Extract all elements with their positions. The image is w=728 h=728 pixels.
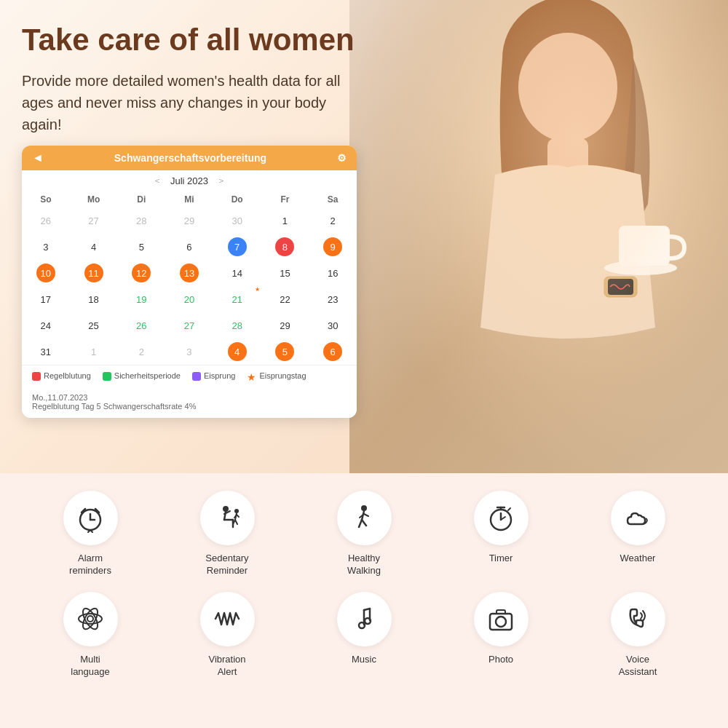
svg-rect-9: [608, 279, 633, 295]
feature-sedentary: SedentaryReminder: [200, 491, 255, 577]
legend-label-sicherheit: Sicherheitsperiode: [114, 371, 181, 380]
cal-day-8[interactable]: 8: [261, 234, 309, 260]
cal-day[interactable]: 2: [309, 207, 357, 234]
cal-day[interactable]: 30: [213, 207, 261, 234]
month-label: Juli 2023: [170, 175, 208, 186]
feature-voice: VoiceAssistant: [611, 592, 665, 678]
weather-label: Weather: [620, 553, 656, 565]
cal-day[interactable]: 29: [165, 207, 213, 234]
legend-eisprungstag: ★ Eisprungstag: [247, 371, 306, 383]
cal-day-31[interactable]: 31: [22, 339, 70, 365]
cal-day-19[interactable]: 19: [117, 286, 165, 312]
weather-icon-circle: [611, 491, 665, 545]
footer-info: Regelblutung Tag 5 Schwangerschaftsrate …: [32, 402, 347, 411]
day-header-di: Di: [117, 191, 165, 207]
svg-point-2: [510, 7, 626, 138]
features-row1: Alarmreminders: [22, 491, 706, 577]
cal-day-12[interactable]: 12: [117, 260, 165, 286]
prev-arrow[interactable]: ◄: [32, 151, 44, 165]
cal-day-26[interactable]: 26: [117, 312, 165, 339]
vibration-icon: [213, 604, 242, 633]
cal-day[interactable]: 4: [70, 234, 118, 260]
cal-day-16[interactable]: 16: [309, 260, 357, 286]
weather-icon: [623, 504, 652, 533]
cal-day-n6[interactable]: 6: [309, 339, 357, 365]
cal-day-28[interactable]: 28: [213, 312, 261, 339]
cal-day-15[interactable]: 15: [261, 260, 309, 286]
svg-point-44: [359, 622, 365, 628]
cal-day-14[interactable]: 14: [213, 260, 261, 286]
cal-day-18[interactable]: 18: [70, 286, 118, 312]
alarm-icon-circle: [63, 491, 118, 545]
svg-rect-0: [349, 0, 728, 473]
top-section: Take care of all women Provide more deta…: [0, 0, 728, 473]
cal-day-21[interactable]: 21: [213, 286, 261, 312]
cal-day-7[interactable]: 7: [213, 234, 261, 260]
legend-regelblutung: Regelblutung: [32, 371, 91, 383]
cal-day-17[interactable]: 17: [22, 286, 70, 312]
cal-day[interactable]: 1: [70, 339, 118, 365]
svg-point-47: [496, 617, 506, 627]
music-icon-circle: [337, 592, 392, 646]
svg-point-7: [604, 261, 677, 275]
feature-alarm: Alarmreminders: [63, 491, 118, 577]
sedentary-label: SedentaryReminder: [205, 553, 248, 577]
cal-day-30[interactable]: 30: [309, 312, 357, 339]
svg-line-27: [237, 515, 239, 517]
calendar-title: Schwangerschaftsvorbereitung: [114, 152, 266, 164]
cal-day[interactable]: 27: [70, 207, 118, 234]
walking-icon: [349, 504, 379, 533]
feature-photo: Photo: [474, 592, 529, 678]
timer-icon: [486, 504, 515, 533]
cal-day-9[interactable]: 9: [309, 234, 357, 260]
cal-day[interactable]: 6: [165, 234, 213, 260]
cal-day[interactable]: 1: [261, 207, 309, 234]
cal-day-13[interactable]: 13: [165, 260, 213, 286]
cal-day[interactable]: 3: [165, 339, 213, 365]
cal-day-23[interactable]: 23: [309, 286, 357, 312]
cal-day[interactable]: 3: [22, 234, 70, 260]
voice-icon-circle: [611, 592, 665, 646]
svg-point-4: [518, 33, 617, 142]
feature-walking: HealthyWalking: [337, 491, 392, 577]
bottom-section: Alarmreminders: [0, 473, 728, 728]
cal-day[interactable]: 2: [117, 339, 165, 365]
legend-label-eisprung: Eisprung: [204, 371, 235, 380]
day-header-so: So: [22, 191, 70, 207]
footer-date: Mo.,11.07.2023: [32, 393, 347, 402]
text-area: Take care of all women Provide more deta…: [22, 22, 357, 153]
cal-day[interactable]: 26: [22, 207, 70, 234]
cal-day-10[interactable]: 10: [22, 260, 70, 286]
calendar-footer: Mo.,11.07.2023 Regelblutung Tag 5 Schwan…: [22, 389, 357, 418]
legend-eisprung: Eisprung: [192, 371, 235, 383]
month-row: ＜ Juli 2023 ＞: [22, 170, 357, 191]
cal-day-29[interactable]: 29: [261, 312, 309, 339]
calendar-header: ◄ Schwangerschaftsvorbereitung ⚙: [22, 146, 357, 170]
legend-label-regelblutung: Regelblutung: [44, 371, 91, 380]
cal-day-22[interactable]: 22: [261, 286, 309, 312]
svg-line-25: [235, 520, 237, 524]
settings-icon[interactable]: ⚙: [337, 152, 347, 164]
cal-day-25[interactable]: 25: [70, 312, 118, 339]
cal-day-n4[interactable]: 4: [213, 339, 261, 365]
cal-day-20[interactable]: 20: [165, 286, 213, 312]
alarm-icon: [76, 504, 105, 533]
legend-label-eisprungstag: Eisprungstag: [259, 371, 306, 380]
day-header-do: Do: [213, 191, 261, 207]
feature-music: Music: [337, 592, 392, 678]
cal-day[interactable]: 5: [117, 234, 165, 260]
timer-icon-circle: [474, 491, 529, 545]
day-header-mo: Mo: [70, 191, 118, 207]
cal-day-24[interactable]: 24: [22, 312, 70, 339]
cal-day[interactable]: 28: [117, 207, 165, 234]
cal-day-27[interactable]: 27: [165, 312, 213, 339]
prev-month-arrow[interactable]: ＜: [153, 175, 162, 187]
svg-point-3: [502, 0, 633, 120]
legend-sicherheit: Sicherheitsperiode: [103, 371, 181, 383]
language-label: Multilanguage: [71, 654, 110, 678]
svg-line-30: [359, 520, 362, 527]
next-month-arrow[interactable]: ＞: [217, 175, 226, 187]
cal-day-n5[interactable]: 5: [261, 339, 309, 365]
cal-day-11[interactable]: 11: [70, 260, 118, 286]
photo-label: Photo: [488, 654, 513, 666]
